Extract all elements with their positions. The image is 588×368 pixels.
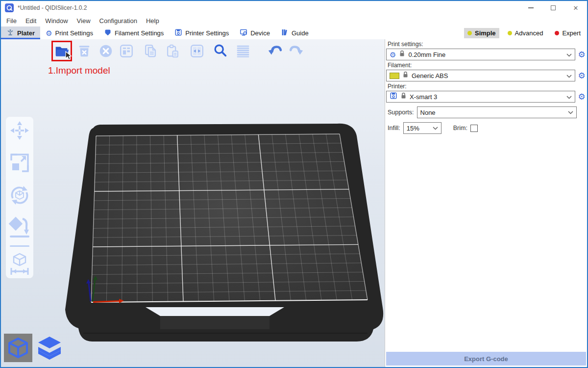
split-objects-icon xyxy=(189,43,205,59)
tab-bar: Plater ⚙ Print Settings Filament Setting… xyxy=(1,26,587,40)
redo-arrow-icon xyxy=(288,43,304,59)
move-tool[interactable] xyxy=(9,120,30,141)
title-bar: *Untitled - QIDISlicer-1.0.2 ✕ xyxy=(1,1,587,15)
printer-gear-button[interactable]: ⚙ xyxy=(577,92,587,102)
printer-icon xyxy=(390,92,397,102)
gear-icon: ⚙ xyxy=(390,51,396,58)
gizmo-toolbar xyxy=(6,117,33,278)
copy-button[interactable] xyxy=(142,42,160,60)
tab-plater[interactable]: Plater xyxy=(1,26,40,39)
device-icon xyxy=(240,28,247,38)
filament-value: Generic ABS xyxy=(412,72,448,79)
printer-value: X-smart 3 xyxy=(410,93,437,101)
import-annotation: 1.Import model xyxy=(48,65,110,76)
mode-advanced[interactable]: Advanced xyxy=(504,28,547,38)
supports-label: Supports: xyxy=(388,109,414,116)
delete-all-button[interactable] xyxy=(97,42,115,60)
close-button[interactable]: ✕ xyxy=(564,1,587,15)
scale-tool[interactable] xyxy=(9,152,30,174)
undo-arrow-icon xyxy=(267,43,284,59)
tab-printer-settings[interactable]: Printer Settings xyxy=(169,26,234,39)
maximize-button[interactable] xyxy=(542,1,564,15)
app-window: *Untitled - QIDISlicer-1.0.2 ✕ File Edit… xyxy=(0,0,588,368)
print-settings-label: Print settings: xyxy=(388,41,587,48)
infill-value: 15% xyxy=(407,125,419,132)
tab-filament-settings[interactable]: Filament Settings xyxy=(98,26,169,39)
filament-gear-button[interactable]: ⚙ xyxy=(577,71,587,81)
layer-lines-icon xyxy=(235,43,251,59)
arrange-button[interactable] xyxy=(118,42,135,60)
lock-icon xyxy=(401,92,406,101)
tab-guide[interactable]: Guide xyxy=(275,26,314,39)
arrange-grid-icon xyxy=(118,43,135,59)
place-on-face-tool[interactable] xyxy=(9,217,30,238)
advanced-dot-icon xyxy=(508,31,512,35)
supports-value: None xyxy=(420,109,436,116)
minimize-button[interactable] xyxy=(519,1,542,15)
menu-edit[interactable]: Edit xyxy=(21,16,41,26)
menu-view[interactable]: View xyxy=(73,16,95,26)
print-settings-value: 0.20mm Fine xyxy=(408,51,445,58)
print-bed[interactable] xyxy=(59,117,385,350)
preview-layers-view-button[interactable] xyxy=(35,334,64,362)
variable-layer-height-button[interactable] xyxy=(234,42,252,60)
guide-icon xyxy=(281,28,289,38)
simple-dot-icon xyxy=(467,31,472,35)
viewport-3d[interactable]: 1.Import model xyxy=(1,39,385,367)
close-icon: ✕ xyxy=(573,5,579,11)
search-button[interactable] xyxy=(212,42,229,60)
import-button[interactable] xyxy=(53,42,71,60)
redo-button[interactable] xyxy=(287,42,305,60)
chevron-down-icon xyxy=(566,92,572,101)
brim-label: Brim: xyxy=(453,125,467,131)
print-settings-dropdown[interactable]: ⚙ 0.20mm Fine xyxy=(386,49,575,60)
measure-tool[interactable] xyxy=(9,253,30,274)
printer-dropdown[interactable]: X-smart 3 xyxy=(386,91,575,103)
mode-expert[interactable]: Expert xyxy=(551,28,584,38)
paste-icon xyxy=(164,43,181,59)
chevron-down-icon xyxy=(433,125,438,131)
circle-x-icon xyxy=(98,43,114,59)
layers-icon xyxy=(37,335,62,361)
infill-dropdown[interactable]: 15% xyxy=(403,122,441,134)
chevron-down-icon xyxy=(568,109,573,116)
paste-button[interactable] xyxy=(164,42,181,60)
cube-icon xyxy=(7,337,29,359)
menu-file[interactable]: File xyxy=(2,16,21,26)
mode-switcher: Simple Advanced Expert xyxy=(464,26,584,39)
rotate-icon xyxy=(9,184,30,206)
undo-button[interactable] xyxy=(267,42,284,60)
brim-checkbox[interactable] xyxy=(470,125,478,132)
split-button[interactable] xyxy=(188,42,206,60)
menu-help[interactable]: Help xyxy=(142,16,164,26)
qidi-logo-icon xyxy=(5,3,14,12)
search-icon xyxy=(212,43,229,59)
tab-device[interactable]: Device xyxy=(234,26,275,39)
view-switcher xyxy=(4,334,64,362)
menu-bar: File Edit Window View Configuration Help xyxy=(1,15,588,26)
bed-handle-recess xyxy=(160,316,270,329)
mode-simple[interactable]: Simple xyxy=(464,28,499,38)
menu-configuration[interactable]: Configuration xyxy=(95,16,142,26)
supports-dropdown[interactable]: None xyxy=(417,106,577,118)
copy-icon xyxy=(143,43,159,59)
export-gcode-button[interactable]: Export G-code xyxy=(386,352,586,366)
trash-icon xyxy=(76,43,93,59)
scale-icon xyxy=(9,153,30,173)
print-settings-gear-button[interactable]: ⚙ xyxy=(577,50,587,60)
plater-icon xyxy=(6,28,14,38)
chevron-down-icon xyxy=(566,50,572,59)
3d-editor-view-button[interactable] xyxy=(4,334,32,362)
rotate-tool[interactable] xyxy=(9,184,30,206)
menu-window[interactable]: Window xyxy=(41,16,72,26)
bed-handle-cutout xyxy=(146,307,284,316)
maximize-icon xyxy=(551,5,556,10)
place-on-face-icon xyxy=(9,215,30,240)
tab-print-settings[interactable]: ⚙ Print Settings xyxy=(40,26,98,39)
filament-icon xyxy=(104,28,112,38)
filament-dropdown[interactable]: Generic ABS xyxy=(386,70,575,81)
delete-button[interactable] xyxy=(75,42,93,60)
lock-icon xyxy=(399,50,405,59)
gizmo-separator xyxy=(10,245,29,247)
move-arrows-icon xyxy=(9,120,30,141)
